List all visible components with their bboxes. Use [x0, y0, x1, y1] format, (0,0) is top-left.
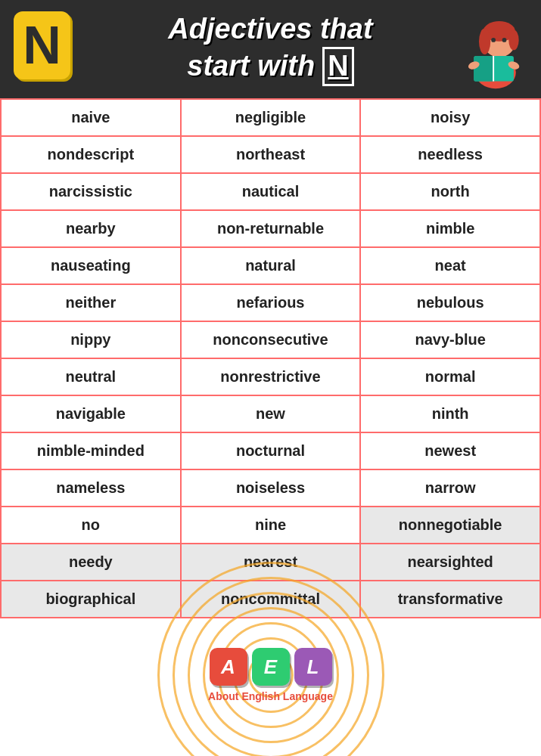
svg-rect-8: [474, 56, 493, 82]
table-cell: noiseless: [181, 469, 361, 507]
table-row: nondescriptnortheastneedless: [1, 136, 540, 173]
table-cell: navigable: [1, 395, 181, 432]
footer-brand-text: About English Language: [208, 690, 333, 702]
table-cell: nearby: [1, 210, 181, 247]
table-cell: nonnegotiable: [360, 507, 540, 544]
table-cell: normal: [360, 358, 540, 395]
table-cell: nippy: [1, 321, 181, 358]
table-cell: neat: [360, 247, 540, 284]
table-cell: nonconsecutive: [181, 321, 361, 358]
table-row: nauseatingnaturalneat: [1, 247, 540, 284]
table-cell: nine: [181, 507, 361, 544]
table-cell: needless: [360, 136, 540, 173]
table-cell: newest: [360, 432, 540, 469]
table-row: nippynonconsecutivenavy-blue: [1, 321, 540, 358]
svg-point-4: [508, 30, 518, 51]
table-cell: neutral: [1, 358, 181, 395]
table-cell: ninth: [360, 395, 540, 432]
table-cell: northeast: [181, 136, 361, 173]
table-cell: nimble-minded: [1, 432, 181, 469]
table-row: nimble-mindednocturnalnewest: [1, 432, 540, 469]
header-title: Adjectives that start with N: [168, 12, 372, 85]
table-cell: narrow: [360, 469, 540, 507]
header-n-icon: N: [14, 11, 70, 79]
table-cell: nefarious: [181, 284, 361, 321]
table-row: noninenonnegotiable: [1, 507, 540, 544]
table-cell: nebulous: [360, 284, 540, 321]
logo-box-e: E: [252, 648, 290, 686]
table-cell: north: [360, 173, 540, 210]
table-row: namelessnoiselessnarrow: [1, 469, 540, 507]
table-cell: natural: [181, 247, 361, 284]
table-cell: nearsighted: [360, 544, 540, 581]
table-row: neithernefariousnebulous: [1, 284, 540, 321]
table-cell: narcissistic: [1, 173, 181, 210]
table-cell: new: [181, 395, 361, 432]
table-row: naivenegligiblenoisy: [1, 99, 540, 136]
table-cell: no: [1, 507, 181, 544]
logo-box-l: L: [294, 648, 332, 686]
rings-decoration: A E L About English Language: [8, 630, 533, 720]
footer: A E L About English Language: [0, 618, 541, 728]
table-cell: neither: [1, 284, 181, 321]
reading-girl-illustration: [458, 4, 533, 91]
table-row: narcissisticnauticalnorth: [1, 173, 540, 210]
svg-point-6: [502, 38, 507, 42]
table-cell: transformative: [360, 581, 540, 618]
table-cell: non-returnable: [181, 210, 361, 247]
svg-point-3: [479, 29, 490, 55]
table-row: nearbynon-returnablenimble: [1, 210, 540, 247]
svg-point-5: [491, 38, 496, 42]
table-cell: biographical: [1, 581, 181, 618]
table-cell: nocturnal: [181, 432, 361, 469]
table-cell: nimble: [360, 210, 540, 247]
table-cell: noisy: [360, 99, 540, 136]
page-header: N Adjectives that start with N: [0, 0, 541, 98]
table-cell: navy-blue: [360, 321, 540, 358]
table-cell: nonrestrictive: [181, 358, 361, 395]
table-row: navigablenewninth: [1, 395, 540, 432]
table-row: neutralnonrestrictivenormal: [1, 358, 540, 395]
table-cell: negligible: [181, 99, 361, 136]
logo-box-a: A: [210, 648, 247, 686]
adjectives-table: naivenegligiblenoisynondescriptnortheast…: [0, 98, 541, 618]
table-cell: nameless: [1, 469, 181, 507]
header-title-line1: Adjectives that: [168, 12, 372, 47]
header-title-line2: start with N: [168, 47, 372, 86]
table-cell: naive: [1, 99, 181, 136]
header-n-underline: N: [322, 47, 353, 86]
table-cell: nondescript: [1, 136, 181, 173]
table-cell: needy: [1, 544, 181, 581]
logo-boxes: A E L: [210, 648, 332, 686]
table-cell: nauseating: [1, 247, 181, 284]
table-cell: nautical: [181, 173, 361, 210]
